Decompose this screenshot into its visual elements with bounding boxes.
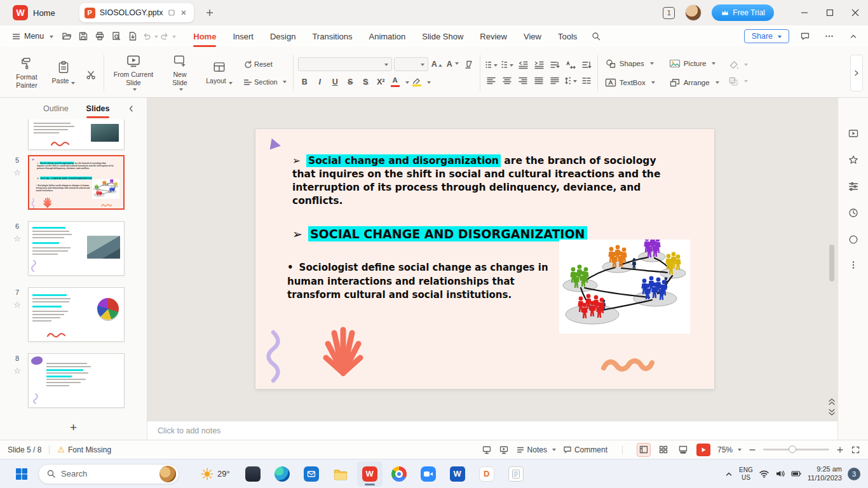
print-button[interactable] xyxy=(92,29,107,44)
outline-tab[interactable]: Outline xyxy=(43,98,69,119)
notes-toggle[interactable]: Notes xyxy=(516,445,556,454)
align-left-button[interactable] xyxy=(485,75,498,86)
start-button[interactable] xyxy=(9,461,34,487)
from-current-slide-button[interactable]: From Current Slide xyxy=(109,51,158,93)
star-icon[interactable]: ☆ xyxy=(13,301,21,309)
people-network-image[interactable] xyxy=(559,240,690,334)
tab-design[interactable]: Design xyxy=(270,25,295,47)
taskbar-app-mail[interactable] xyxy=(299,461,324,487)
minimize-button[interactable] xyxy=(792,0,817,25)
underline-button[interactable]: U xyxy=(329,76,342,88)
zoom-slider-knob[interactable] xyxy=(789,445,796,453)
font-color-button[interactable]: A xyxy=(390,76,401,88)
italic-button[interactable]: I xyxy=(313,76,327,88)
font-color-caret[interactable] xyxy=(405,81,409,86)
text-direction-button[interactable] xyxy=(548,59,561,71)
user-avatar[interactable] xyxy=(685,4,702,21)
language-indicator[interactable]: ENGUS xyxy=(739,466,753,482)
tab-view[interactable]: View xyxy=(524,25,541,47)
justify-button[interactable] xyxy=(532,75,545,86)
zoom-in-icon[interactable] xyxy=(836,446,844,454)
highlight-color-button[interactable] xyxy=(411,76,423,88)
comment-icon[interactable] xyxy=(797,29,813,44)
squiggle-decoration[interactable] xyxy=(264,330,281,383)
document-tab[interactable]: P SIOSOLOGY.pptx xyxy=(79,3,194,22)
shape-fill-button[interactable] xyxy=(726,60,750,70)
sort-paragraph-button[interactable] xyxy=(580,59,593,71)
slide-thumbnail-4[interactable] xyxy=(28,119,125,150)
bold-button[interactable]: B xyxy=(298,76,311,88)
home-tab[interactable]: W Home xyxy=(8,2,64,24)
increase-font-button[interactable]: A xyxy=(430,58,444,71)
people-network-image[interactable] xyxy=(92,179,119,199)
wave-decoration[interactable] xyxy=(601,356,654,374)
redo-button[interactable] xyxy=(159,31,176,41)
search-commands-button[interactable] xyxy=(588,29,604,44)
numbered-list-button[interactable] xyxy=(501,59,513,71)
paste-button[interactable]: Paste xyxy=(48,58,79,88)
notification-badge[interactable]: 3 xyxy=(848,468,860,480)
columns-button[interactable] xyxy=(580,75,593,86)
presenter-view-icon[interactable] xyxy=(499,445,509,455)
new-tab-button[interactable] xyxy=(205,8,214,17)
arrange-button[interactable]: Arrange xyxy=(667,75,722,90)
superscript-button[interactable]: X² xyxy=(374,76,388,88)
maximize-button[interactable] xyxy=(817,0,843,25)
new-slide-button[interactable]: New Slide xyxy=(162,51,198,93)
animation-pane-icon[interactable] xyxy=(848,154,859,166)
more-options-icon[interactable] xyxy=(822,29,837,44)
character-spacing-button[interactable] xyxy=(564,59,577,71)
bullet-list-button[interactable] xyxy=(485,59,498,71)
close-tab-icon[interactable] xyxy=(180,9,187,17)
layout-button[interactable]: Layout xyxy=(201,58,237,88)
taskbar-app-word[interactable]: W xyxy=(445,461,470,487)
share-button[interactable]: Share xyxy=(744,29,789,43)
textbox-button[interactable]: TextBox xyxy=(602,75,658,90)
taskbar-app-d[interactable]: D xyxy=(474,461,499,487)
notes-area[interactable]: Click to add notes xyxy=(147,421,837,440)
close-window-button[interactable] xyxy=(843,0,868,25)
taskbar-app-window-preview[interactable] xyxy=(240,461,266,487)
section-button[interactable]: Section xyxy=(241,76,288,88)
previous-slide-button[interactable] xyxy=(827,397,837,406)
menu-button[interactable]: Menu xyxy=(6,32,58,41)
font-size-select[interactable] xyxy=(394,57,428,71)
print-preview-button[interactable] xyxy=(109,29,124,44)
collapse-ribbon-icon[interactable] xyxy=(846,29,861,44)
volume-icon[interactable] xyxy=(775,469,785,478)
fit-slide-icon[interactable] xyxy=(851,445,860,454)
zoom-slider[interactable] xyxy=(763,449,829,451)
font-missing-warning[interactable]: ⚠ Font Missing xyxy=(57,445,111,454)
taskbar-app-edge[interactable] xyxy=(269,461,295,487)
clear-format-button[interactable] xyxy=(462,58,475,71)
font-name-select[interactable] xyxy=(298,57,392,71)
scrollbar-thumb[interactable] xyxy=(829,245,834,281)
taskbar-clock[interactable]: 9:25 am11/10/2023 xyxy=(808,465,842,483)
selection-pane-icon[interactable] xyxy=(848,234,859,245)
tab-animation[interactable]: Animation xyxy=(369,25,406,47)
free-trial-button[interactable]: Free Trial xyxy=(712,4,774,21)
tab-insert[interactable]: Insert xyxy=(233,25,254,47)
format-painter-button[interactable]: Format Painter xyxy=(9,54,44,92)
display-settings-icon[interactable] xyxy=(482,445,492,455)
slide-thumbnail-7[interactable] xyxy=(28,287,125,342)
distribute-text-button[interactable] xyxy=(548,75,561,86)
reading-view-button[interactable] xyxy=(677,444,689,456)
collapse-panel-icon[interactable] xyxy=(126,104,135,114)
slide-canvas[interactable]: ➢Social change and disorganization are t… xyxy=(147,98,837,421)
tab-tools[interactable]: Tools xyxy=(558,25,577,47)
taskbar-app-file-explorer[interactable] xyxy=(328,461,353,487)
wave-decoration[interactable] xyxy=(101,203,112,207)
canvas-scrollbar[interactable] xyxy=(829,102,835,393)
slide-thumbnail-5[interactable]: ➢Social change and disorganization are t… xyxy=(28,155,125,210)
slide-bullet[interactable]: •Sociologist define social change as cha… xyxy=(36,184,92,192)
tray-expand-icon[interactable] xyxy=(724,470,733,478)
slide-thumbnail-6[interactable] xyxy=(28,221,125,276)
tab-review[interactable]: Review xyxy=(480,25,507,47)
more-panes-icon[interactable] xyxy=(848,261,859,269)
decrease-font-button[interactable]: A xyxy=(445,58,460,71)
weather-widget[interactable]: 29° xyxy=(201,468,230,480)
tab-slide-show[interactable]: Slide Show xyxy=(422,25,463,47)
taskbar-app-notepad[interactable] xyxy=(503,461,529,487)
taskbar-app-zoom[interactable] xyxy=(416,461,441,487)
